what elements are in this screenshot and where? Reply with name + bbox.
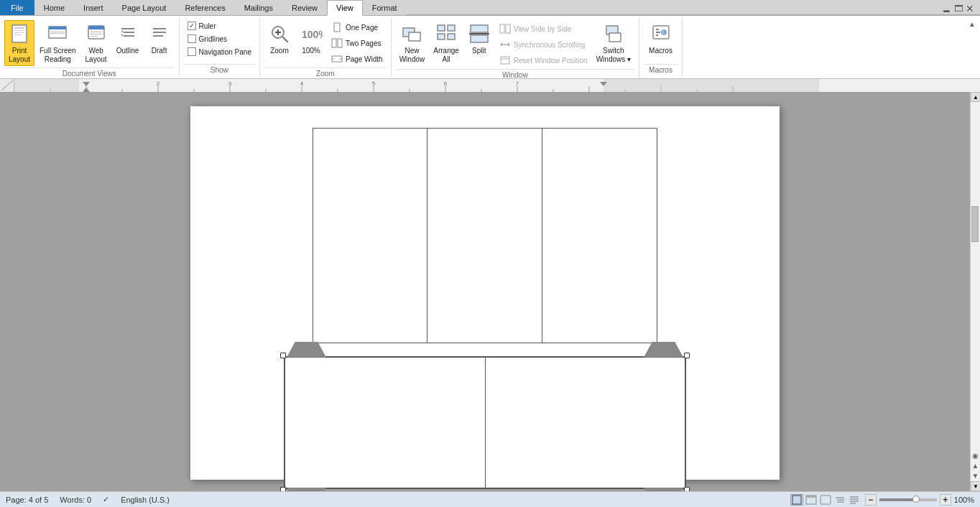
spell-check-icon[interactable]: ✓ [103,495,109,504]
draft-view-btn[interactable] [848,494,861,506]
tab-file[interactable]: File [0,0,34,15]
sel-handle-tl[interactable] [280,353,286,358]
ribbon-group-show: Ruler Gridlines Navigation Pane Show [180,17,260,77]
tab-page-layout[interactable]: Page Layout [113,0,176,15]
draft-button[interactable]: Draft [144,20,175,57]
svg-rect-19 [124,35,134,37]
arrange-all-icon [435,22,458,45]
svg-rect-53 [609,33,621,42]
window-buttons: New Window Arrange All [396,19,634,68]
svg-text:6: 6 [444,80,448,87]
language[interactable]: English (U.S.) [121,496,170,504]
scroll-prev-page[interactable]: ◉ [971,451,980,460]
one-page-button[interactable]: One Page [328,20,387,34]
print-layout-label: Print Layout [9,47,30,64]
full-screen-view-btn[interactable] [805,494,818,506]
print-layout-button[interactable]: Print Layout [4,20,34,66]
svg-rect-39 [448,25,455,31]
macros-button[interactable]: ! Macros [645,20,676,57]
scroll-up-button[interactable]: ▲ [971,92,980,102]
svg-rect-30 [334,23,340,32]
close-icon[interactable]: ✕ [966,3,974,14]
zoom-level: 100% [954,496,974,504]
ruler-checkbox[interactable]: Ruler [184,20,255,32]
svg-rect-31 [332,39,336,47]
zoom-thumb[interactable] [912,496,920,503]
sel-handle-tr[interactable] [684,353,690,358]
scroll-nav-up[interactable]: ▲ [971,461,980,470]
macros-group-label: Macros [644,64,678,75]
cell-top-left [313,128,427,343]
ruler-label: Ruler [199,22,216,30]
navigation-pane-checkbox[interactable]: Navigation Pane [184,46,255,57]
ribbon-toolbar: Print Layout Full Screen [0,16,980,79]
svg-rect-32 [338,39,342,47]
zoom-decrease-button[interactable]: − [865,494,877,506]
reset-window-position-button[interactable]: Reset Window Position [496,53,591,68]
svg-text:3: 3 [228,80,232,87]
scroll-down-button[interactable]: ▼ [971,481,980,491]
web-layout-button[interactable]: Web Layout [81,20,111,66]
restore-icon[interactable]: 🗖 [954,4,963,14]
zoom-slider[interactable] [879,498,937,501]
zoom-button[interactable]: Zoom [264,20,295,57]
page-width-button[interactable]: Page Width [328,52,387,66]
zoom-buttons: Zoom 100% 100% [264,19,387,66]
ribbon-collapse-button[interactable]: ▲ [969,17,980,77]
switch-windows-button[interactable]: Switch Windows ▾ [593,20,634,66]
outline-icon [116,22,139,45]
tab-references[interactable]: References [175,0,234,15]
ruler-horizontal: 1 2 3 4 5 6 7 [14,79,980,92]
svg-rect-45 [500,24,504,33]
outline-view-btn[interactable] [833,494,846,506]
tab-insert[interactable]: Insert [74,0,113,15]
svg-rect-7 [51,32,57,32]
web-layout-view-btn[interactable] [819,494,832,506]
ruler-corner[interactable] [0,79,14,92]
full-screen-reading-button[interactable]: Full Screen Reading [36,20,80,66]
arrange-all-button[interactable]: Arrange All [430,20,463,66]
gridlines-label: Gridlines [199,35,227,43]
new-window-button[interactable]: New Window [396,20,429,66]
outline-button[interactable]: Outline [113,20,143,57]
sel-handle-br[interactable] [684,487,690,492]
svg-marker-21 [121,34,123,37]
view-side-by-side-button[interactable]: View Side by Side [496,22,591,36]
tab-view[interactable]: View [327,0,363,16]
print-layout-view-btn[interactable] [790,494,803,506]
corner-tab-top-left [287,342,326,358]
nav-pane-label: Navigation Pane [199,48,251,56]
minimize-icon[interactable]: 🗕 [941,3,951,14]
two-pages-label: Two Pages [346,39,381,47]
ruler-area: 1 2 3 4 5 6 7 [0,79,980,92]
sync-scroll-icon [499,39,511,50]
zoom-100-button[interactable]: 100% 100% [296,20,326,57]
tab-review[interactable]: Review [282,0,327,15]
tab-home[interactable]: Home [34,0,74,15]
svg-marker-49 [500,42,502,47]
svg-rect-14 [91,32,102,32]
tab-mailings[interactable]: Mailings [235,0,282,15]
svg-text:2: 2 [157,80,160,87]
cell-top-center [427,128,542,343]
one-page-icon [331,22,343,33]
gridlines-checkbox[interactable]: Gridlines [184,33,255,45]
zoom-100-icon: 100% [300,22,323,45]
split-button[interactable]: Split [464,20,494,57]
bottom-section [241,343,729,491]
scroll-thumb[interactable] [971,206,979,242]
tab-format[interactable]: Format [363,0,407,15]
sel-handle-bl[interactable] [280,487,286,492]
main-area: ▲ ◉ ▲ ▼ ▼ [0,92,980,491]
svg-rect-15 [91,34,102,34]
zoom-increase-button[interactable]: + [940,494,951,506]
two-pages-button[interactable]: Two Pages [328,36,387,50]
svg-text:100%: 100% [302,29,323,40]
svg-rect-94 [792,496,801,504]
view-mode-icons [790,494,861,506]
synchronous-scrolling-button[interactable]: Synchronous Scrolling [496,37,591,52]
scroll-nav-down[interactable]: ▼ [971,471,980,480]
corner-tab-bottom-right [644,488,683,492]
svg-rect-8 [51,33,57,34]
svg-rect-43 [471,35,488,42]
